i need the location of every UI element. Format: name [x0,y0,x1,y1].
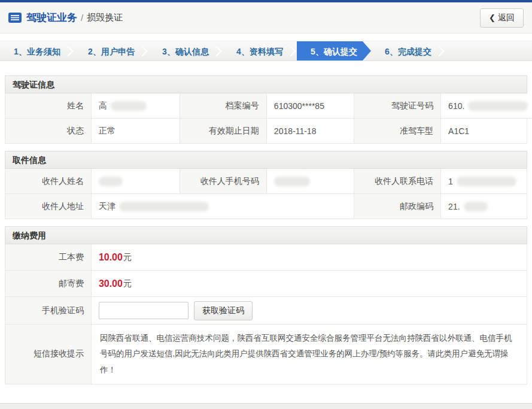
step-navigation: 1、业务须知 2、用户申告 3、确认信息 4、资料填写 5、确认提交 6、完成提… [0,41,532,61]
breadcrumb-separator: / [81,13,83,23]
bottom-edge-strip [0,403,532,409]
page-header: 驾驶证业务 / 损毁换证 ❮ 返回 [0,2,532,34]
redaction-blur [274,177,310,186]
name-value: 高 [92,93,180,119]
file-number-label: 档案编号 [180,93,267,119]
postage-fee-amount: 30.00 [99,278,123,289]
redaction-blur [99,177,123,186]
production-cost-amount: 10.00 [99,252,123,263]
sms-code-label: 手机验证码 [5,297,92,325]
status-value: 正常 [92,119,180,144]
pickup-info-section-title: 取件信息 [5,151,527,169]
redaction-blur [111,101,147,111]
table-row: 收件人地址 天津 邮政编码 21. [5,194,527,219]
vehicle-class-value: A1C1 [441,119,527,144]
sms-tip-label: 短信接收提示 [5,325,92,384]
name-label: 姓名 [5,93,92,119]
back-button-label: 返回 [498,13,515,23]
step-nav-filler [445,41,532,60]
currency-unit: 元 [123,278,132,289]
redaction-blur [457,177,516,186]
recipient-address-label: 收件人地址 [5,194,92,219]
recipient-mobile-value [267,169,354,194]
recipient-phone-label: 收件人联系电话 [354,169,441,194]
postcode-label: 邮政编码 [354,194,441,219]
vehicle-class-label: 准驾车型 [354,119,441,144]
step-fill-data[interactable]: 4、资料填写 [223,41,297,60]
license-number-value: 610. [441,93,532,119]
fees-section: 缴纳费用 工本费 10.00 元 邮寄费 30.00 元 手机验证码 获取验证码… [5,226,527,384]
table-row: 邮寄费 30.00 元 [5,271,527,297]
redaction-blur [464,202,488,211]
expiry-date-label: 有效期止日期 [180,119,267,144]
step-complete-submit[interactable]: 6、完成提交 [371,41,445,60]
table-row: 姓名 高 档案编号 610300****85 驾驶证号码 610. [5,93,527,119]
fees-section-title: 缴纳费用 [5,226,527,244]
page-title: 驾驶证业务 [26,11,77,25]
recipient-name-value [92,169,180,194]
table-row: 手机验证码 获取验证码 [5,297,527,325]
sms-code-input[interactable] [99,302,189,319]
page-subtitle: 损毁换证 [87,12,123,23]
table-row: 短信接收提示 因陕西省联通、电信运营商技术问题，陕西省互联网交通安全综合服务管理… [5,325,527,384]
get-sms-code-button[interactable]: 获取验证码 [194,301,253,320]
postage-fee-value: 30.00 元 [92,271,527,297]
redaction-blur [468,101,528,111]
sms-code-field-cell: 获取验证码 [92,297,527,325]
sms-tip-warning-text: 因陕西省联通、电信运营商技术问题，陕西省互联网交通安全综合服务管理平台无法向持陕… [92,325,527,384]
production-cost-label: 工本费 [5,244,92,271]
table-row: 状态 正常 有效期止日期 2018-11-18 准驾车型 A1C1 [5,119,527,144]
pickup-info-section: 取件信息 收件人姓名 收件人手机号码 收件人联系电话 1 收件人地址 天津 邮政… [5,151,527,219]
currency-unit: 元 [123,252,132,263]
status-label: 状态 [5,119,92,144]
license-form-icon [8,13,22,23]
step-confirm-info[interactable]: 3、确认信息 [148,41,223,60]
recipient-name-label: 收件人姓名 [5,169,92,194]
step-confirm-submit-active[interactable]: 5、确认提交 [297,41,371,60]
recipient-address-value: 天津 [92,194,354,219]
table-row: 工本费 10.00 元 [5,244,527,271]
production-cost-value: 10.00 元 [92,244,527,271]
recipient-mobile-label: 收件人手机号码 [180,169,267,194]
back-button[interactable]: ❮ 返回 [480,8,524,28]
file-number-value: 610300****85 [267,93,354,119]
chevron-left-icon: ❮ [489,13,495,22]
license-info-section-title: 驾驶证信息 [5,75,527,93]
expiry-date-value: 2018-11-18 [267,119,354,144]
recipient-phone-value: 1 [441,169,527,194]
step-user-declaration[interactable]: 2、用户申告 [74,41,148,60]
license-number-label: 驾驶证号码 [354,93,441,119]
step-business-notice[interactable]: 1、业务须知 [0,41,74,60]
table-row: 收件人姓名 收件人手机号码 收件人联系电话 1 [5,169,527,194]
postcode-value: 21. [441,194,527,219]
postage-fee-label: 邮寄费 [5,271,92,297]
redaction-blur [119,202,209,211]
license-info-section: 驾驶证信息 姓名 高 档案编号 610300****85 驾驶证号码 610. … [5,75,527,144]
